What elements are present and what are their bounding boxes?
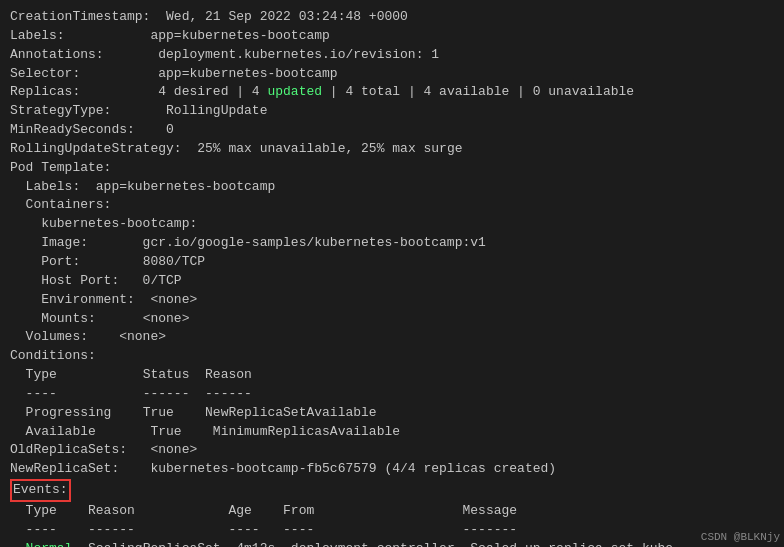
line-mounts: Mounts: <none> (10, 310, 774, 329)
line-labels: Labels: app=kubernetes-bootcamp (10, 27, 774, 46)
line-selector: Selector: app=kubernetes-bootcamp (10, 65, 774, 84)
line-podtemplate: Pod Template: (10, 159, 774, 178)
line-progressing: Progressing True NewReplicaSetAvailable (10, 404, 774, 423)
line-eventheader: Type Reason Age From Message (10, 502, 774, 521)
line-oldrepl: OldReplicaSets: <none> (10, 441, 774, 460)
line-minready: MinReadySeconds: 0 (10, 121, 774, 140)
line-event1a: Normal ScalingReplicaSet 4m12s deploymen… (10, 540, 774, 547)
line-condheader: Type Status Reason (10, 366, 774, 385)
line-image: Image: gcr.io/google-samples/kubernetes-… (10, 234, 774, 253)
line-newrepl: NewReplicaSet: kubernetes-bootcamp-fb5c6… (10, 460, 774, 479)
line-eventdash: ---- ------ ---- ---- ------- (10, 521, 774, 540)
terminal: CreationTimestamp: Wed, 21 Sep 2022 03:2… (0, 0, 784, 547)
watermark: CSDN @BLKNjy (701, 531, 780, 543)
line-port: Port: 8080/TCP (10, 253, 774, 272)
events-label: Events: (10, 479, 71, 502)
line-hostport: Host Port: 0/TCP (10, 272, 774, 291)
line-annotations: Annotations: deployment.kubernetes.io/re… (10, 46, 774, 65)
line-podmeta: Labels: app=kubernetes-bootcamp (10, 178, 774, 197)
line-strategy: StrategyType: RollingUpdate (10, 102, 774, 121)
line-containers: Containers: (10, 196, 774, 215)
line-rollupdate: RollingUpdateStrategy: 25% max unavailab… (10, 140, 774, 159)
line-env: Environment: <none> (10, 291, 774, 310)
line-conditions: Conditions: (10, 347, 774, 366)
line-events: Events: (10, 479, 774, 502)
line-contname: kubernetes-bootcamp: (10, 215, 774, 234)
line-available: Available True MinimumReplicasAvailable (10, 423, 774, 442)
line-replicas: Replicas: 4 desired | 4 updated | 4 tota… (10, 83, 774, 102)
line-creation: CreationTimestamp: Wed, 21 Sep 2022 03:2… (10, 8, 774, 27)
line-volumes: Volumes: <none> (10, 328, 774, 347)
line-conddash: ---- ------ ------ (10, 385, 774, 404)
